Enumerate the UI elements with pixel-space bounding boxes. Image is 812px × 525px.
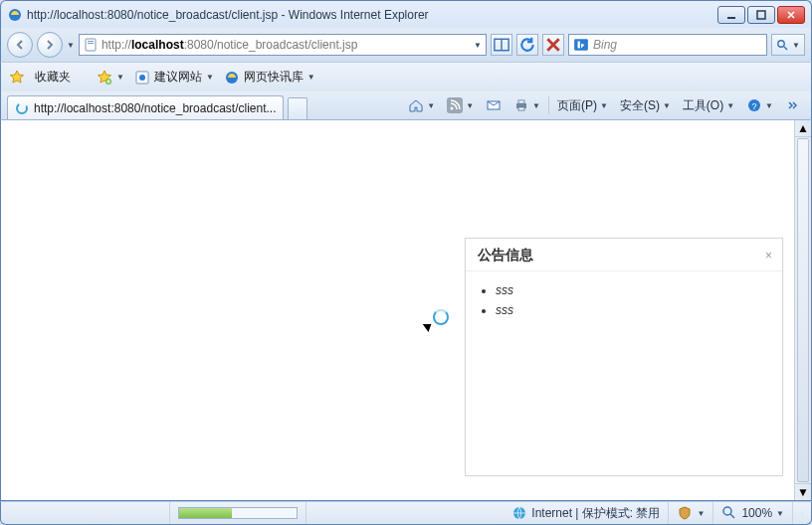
add-favorite-button[interactable]: ▼ [97, 70, 124, 86]
home-button[interactable]: ▼ [404, 94, 439, 116]
url-path: :8080/notice_broadcast/client.jsp [184, 38, 358, 52]
search-go-button[interactable]: ▼ [771, 34, 805, 56]
tools-menu-label: 工具(O) [683, 97, 723, 114]
address-dropdown[interactable]: ▼ [474, 41, 482, 50]
ie-small-icon [224, 70, 240, 86]
new-tab-button[interactable] [288, 97, 307, 119]
window-titlebar: http://localhost:8080/notice_broadcast/c… [0, 0, 812, 28]
svg-rect-3 [86, 39, 96, 51]
vertical-scrollbar[interactable]: ▲ ▼ [794, 120, 811, 500]
tab-label: http://localhost:8080/notice_broadcast/c… [34, 101, 277, 115]
security-zone-label: Internet | 保护模式: 禁用 [531, 505, 660, 522]
url-host: localhost [131, 38, 184, 52]
read-mail-button[interactable] [482, 94, 506, 116]
zoom-icon [721, 505, 737, 521]
help-icon: ? [746, 97, 762, 113]
tab-active[interactable]: http://localhost:8080/notice_broadcast/c… [7, 95, 284, 119]
back-button[interactable] [7, 32, 33, 58]
safety-menu[interactable]: 安全(S) ▼ [616, 94, 675, 116]
tab-command-row: http://localhost:8080/notice_broadcast/c… [0, 91, 812, 119]
web-slice-label: 网页快讯库 [244, 69, 304, 86]
maximize-button[interactable] [747, 6, 775, 24]
safety-menu-label: 安全(S) [620, 97, 660, 114]
svg-point-11 [139, 75, 145, 81]
url-scheme: http:// [102, 38, 131, 52]
compat-view-button[interactable] [491, 34, 512, 56]
suggested-sites-button[interactable]: 建议网站 ▼ [134, 69, 214, 86]
svg-point-23 [723, 507, 731, 515]
svg-rect-19 [518, 107, 524, 110]
status-message [1, 502, 170, 524]
loading-cursor-icon [425, 315, 449, 339]
resize-grip[interactable] [793, 502, 811, 524]
search-provider-dropdown[interactable]: ▼ [792, 41, 800, 50]
svg-point-15 [451, 107, 454, 110]
scroll-up-button[interactable]: ▲ [795, 120, 811, 137]
page-icon [84, 38, 98, 52]
search-box[interactable]: Bing [568, 34, 767, 56]
tab-spinner-icon [14, 100, 30, 116]
notice-title: 公告信息 [478, 247, 765, 264]
minimize-button[interactable] [717, 6, 745, 24]
window-title-url: http://localhost:8080/notice_broadcast/c… [27, 8, 278, 22]
toolbar-overflow[interactable] [781, 94, 805, 116]
security-zone[interactable]: Internet | 保护模式: 禁用 [504, 502, 669, 524]
suggested-sites-label: 建议网站 [154, 69, 202, 86]
nav-history-dropdown[interactable]: ▼ [67, 41, 75, 50]
window-title-suffix: - Windows Internet Explorer [278, 8, 428, 22]
svg-rect-18 [518, 100, 524, 103]
page-viewport: ▲ ▼ 公告信息 × sss sss [0, 119, 812, 501]
rss-icon [447, 97, 463, 113]
list-item: sss [496, 303, 774, 317]
notice-panel: 公告信息 × sss sss [465, 238, 783, 476]
suggested-sites-icon [134, 70, 150, 86]
help-button[interactable]: ?▼ [742, 94, 777, 116]
chevrons-icon [785, 97, 801, 113]
page-menu-label: 页面(P) [557, 97, 597, 114]
tools-menu[interactable]: 工具(O) ▼ [679, 94, 738, 116]
close-window-button[interactable] [777, 6, 805, 24]
print-button[interactable]: ▼ [509, 94, 544, 116]
list-item: sss [496, 283, 774, 297]
status-bar: Internet | 保护模式: 禁用 ▼ 100% ▼ [0, 501, 812, 525]
forward-button[interactable] [37, 32, 63, 58]
add-fav-icon [97, 70, 112, 86]
favorites-label: 收藏夹 [35, 69, 71, 86]
stop-button[interactable] [542, 34, 564, 56]
bing-icon [573, 37, 589, 53]
svg-rect-5 [88, 43, 94, 44]
svg-rect-2 [757, 11, 765, 19]
svg-point-13 [17, 103, 27, 113]
favorites-star-icon[interactable] [9, 70, 25, 86]
zoom-level: 100% [741, 506, 772, 520]
svg-rect-4 [88, 41, 94, 42]
svg-rect-1 [727, 17, 735, 19]
svg-point-8 [778, 41, 784, 47]
ie-logo-icon [7, 7, 23, 23]
window-title: http://localhost:8080/notice_broadcast/c… [27, 8, 717, 22]
address-bar[interactable]: http://localhost:8080/notice_broadcast/c… [79, 34, 487, 56]
nav-toolbar: ▼ http://localhost:8080/notice_broadcast… [0, 28, 812, 62]
globe-icon [511, 505, 527, 521]
address-text: http://localhost:8080/notice_broadcast/c… [102, 38, 470, 52]
scroll-thumb[interactable] [797, 138, 809, 482]
svg-text:?: ? [752, 101, 757, 111]
home-icon [408, 97, 424, 113]
page-menu[interactable]: 页面(P) ▼ [553, 94, 612, 116]
scroll-down-button[interactable]: ▼ [795, 483, 811, 500]
shield-off-icon [677, 505, 693, 521]
notice-close-button[interactable]: × [765, 249, 772, 262]
search-placeholder: Bing [593, 38, 617, 52]
status-progress [170, 502, 306, 524]
command-bar: ▼ ▼ ▼ 页面(P) ▼ 安全(S) ▼ 工具(O) ▼ ?▼ [404, 93, 805, 117]
print-icon [513, 97, 529, 113]
notice-body: sss sss [466, 271, 782, 331]
favorites-bar: 收藏夹 ▼ 建议网站 ▼ 网页快讯库 ▼ [0, 62, 812, 91]
protected-mode-dropdown[interactable]: ▼ [669, 502, 713, 524]
feeds-button[interactable]: ▼ [443, 94, 478, 116]
refresh-button[interactable] [516, 34, 538, 56]
favorites-button[interactable]: 收藏夹 [35, 69, 71, 86]
zoom-control[interactable]: 100% ▼ [713, 502, 793, 524]
mail-icon [486, 97, 502, 113]
web-slice-button[interactable]: 网页快讯库 ▼ [224, 69, 315, 86]
